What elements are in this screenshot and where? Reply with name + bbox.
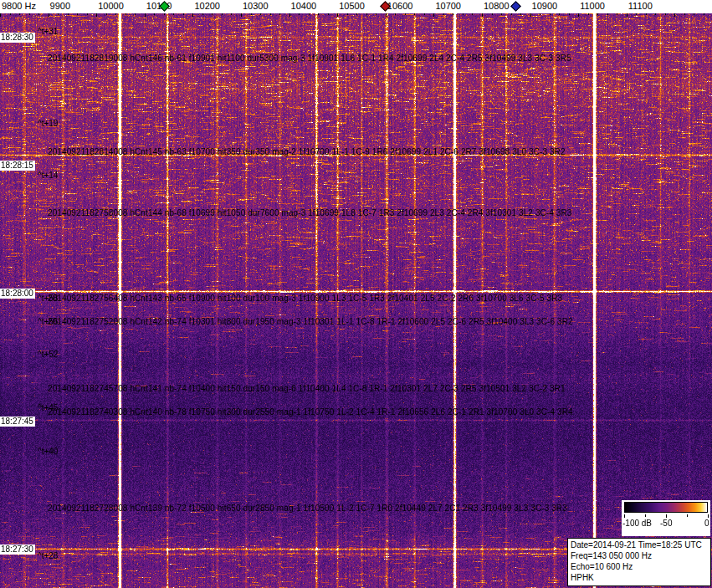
event-log-line: 20140921182819008 hCnt146 nb-61 f10901 h… bbox=[48, 54, 571, 63]
time-offset-marker: ^t+28 bbox=[38, 551, 58, 560]
colorbar-tick bbox=[645, 514, 646, 517]
freq-axis-label: 9900 bbox=[50, 1, 70, 11]
time-offset-marker: ^t+31 bbox=[38, 27, 58, 36]
meteor-echo-spectrogram-app: 9800 Hz990010000101001020010300104001050… bbox=[0, 0, 712, 588]
frequency-axis: 9800 Hz990010000101001020010300104001050… bbox=[0, 0, 712, 13]
colorbar-labels: -100 dB -50 0 bbox=[622, 519, 710, 529]
colorbar-ticks bbox=[622, 500, 710, 519]
time-offset-marker: ^t+14 bbox=[38, 171, 58, 180]
time-offset-marker: ^t+19 bbox=[38, 119, 58, 128]
time-offset-marker: ^t+56 bbox=[38, 317, 58, 326]
freq-axis-label: 10900 bbox=[532, 1, 558, 11]
info-freq-line: Freq=143 050 000 Hz bbox=[571, 550, 708, 561]
freq-axis-label: 11000 bbox=[580, 1, 605, 11]
overlay-layer: 18:28:3018:28:1518:28:0018:27:4518:27:30… bbox=[0, 0, 712, 588]
colorbar-legend: -100 dB -50 0 bbox=[622, 500, 710, 536]
time-axis-label: 18:27:45 bbox=[0, 417, 35, 427]
time-offset-marker: ^t+40 bbox=[38, 447, 58, 456]
freq-axis-label: 9800 Hz bbox=[2, 1, 36, 11]
time-offset-marker: ^t+45 bbox=[38, 403, 58, 412]
freq-axis-label: 11100 bbox=[628, 1, 653, 11]
event-log-line: 20140921182758008 hCnt144 nb-68 f10699 h… bbox=[48, 208, 572, 217]
time-axis-label: 18:28:30 bbox=[0, 33, 35, 43]
freq-axis-label: 10300 bbox=[243, 1, 269, 11]
time-offset-marker: ^t+58 bbox=[38, 294, 58, 303]
info-date-line: Date=2014-09-21 Time=18:25 UTC bbox=[571, 539, 708, 550]
colorbar-tick bbox=[687, 514, 688, 517]
freq-axis-label: 10500 bbox=[339, 1, 365, 11]
colorbar-label-min: -100 dB bbox=[622, 519, 652, 528]
event-log-line: 20140921182752008 hCnt142 nb-74 f10301 h… bbox=[48, 317, 573, 326]
time-axis-label: 18:28:15 bbox=[0, 161, 35, 171]
time-axis-label: 18:28:00 bbox=[0, 289, 35, 299]
info-echo-line: Echo=10 600 Hz bbox=[571, 561, 708, 572]
event-log-line: 20140921182740308 hCnt140 nb-78 f10750 h… bbox=[48, 407, 573, 417]
info-station-line: HPHK bbox=[571, 572, 708, 583]
colorbar-tick bbox=[624, 514, 625, 518]
time-offset-marker: ^t+52 bbox=[38, 350, 58, 359]
colorbar-tick bbox=[666, 514, 667, 518]
colorbar-label-max: 0 bbox=[704, 519, 709, 528]
freq-axis-label: 10800 bbox=[484, 1, 510, 11]
freq-axis-label: 10600 bbox=[387, 1, 413, 11]
blue-diamond-marker-icon bbox=[511, 1, 522, 12]
event-log-line: 20140921182814008 hCnt145 nb-63 f10700 h… bbox=[48, 147, 566, 156]
event-log-line: 20140921182745708 hCnt141 nb-74 f10400 h… bbox=[48, 384, 566, 393]
event-log-line: 20140921182756408 hCnt143 nb-65 f10900 h… bbox=[48, 294, 562, 303]
info-box: Date=2014-09-21 Time=18:25 UTC Freq=143 … bbox=[567, 538, 711, 586]
colorbar-label-mid: -50 bbox=[660, 519, 672, 528]
time-axis-label: 18:27:30 bbox=[0, 545, 35, 555]
freq-axis-label: 10700 bbox=[435, 1, 461, 11]
freq-axis-label: 10000 bbox=[98, 1, 124, 11]
freq-axis-label: 10200 bbox=[194, 1, 220, 11]
colorbar-tick bbox=[708, 514, 709, 518]
event-log-line: 20140921182728008 hCnt139 nb-72 f10500 h… bbox=[48, 504, 567, 513]
freq-axis-label: 10400 bbox=[291, 1, 317, 11]
